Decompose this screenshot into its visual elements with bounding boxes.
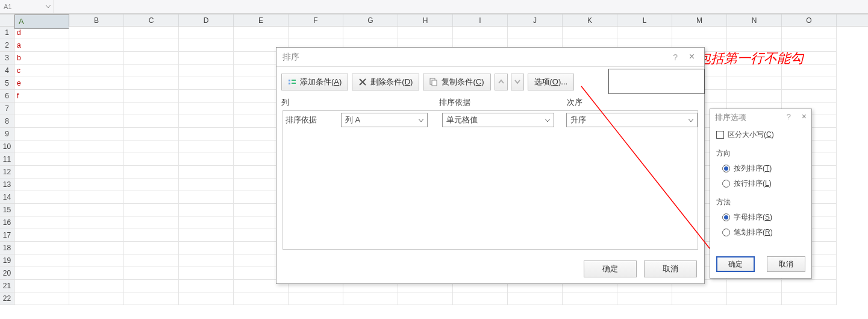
column-header[interactable]: F xyxy=(289,14,343,26)
formula-input[interactable] xyxy=(55,0,868,13)
help-button[interactable]: ? xyxy=(673,52,678,62)
move-down-button[interactable] xyxy=(511,74,524,90)
column-header[interactable]: B xyxy=(69,14,124,26)
help-button[interactable]: ? xyxy=(787,112,791,121)
cell[interactable] xyxy=(782,27,837,39)
cell[interactable] xyxy=(124,178,179,191)
cell[interactable] xyxy=(124,90,179,103)
cell[interactable] xyxy=(124,267,179,280)
cell[interactable] xyxy=(69,229,124,242)
cell[interactable] xyxy=(14,178,69,191)
column-header[interactable]: G xyxy=(343,14,398,26)
cell[interactable] xyxy=(69,103,124,115)
cell[interactable] xyxy=(617,292,672,305)
cell[interactable] xyxy=(179,52,234,65)
cell[interactable] xyxy=(289,292,343,305)
column-header[interactable]: D xyxy=(179,14,234,26)
cell[interactable] xyxy=(69,254,124,267)
column-header[interactable]: K xyxy=(563,14,617,26)
column-header[interactable]: H xyxy=(398,14,453,26)
sort-order-select[interactable]: 升序 xyxy=(566,113,698,127)
column-header[interactable]: J xyxy=(508,14,563,26)
cell[interactable] xyxy=(672,292,727,305)
cell[interactable] xyxy=(453,292,508,305)
cell[interactable] xyxy=(14,254,69,267)
cell[interactable] xyxy=(179,153,234,166)
cell[interactable] xyxy=(179,90,234,103)
cell[interactable] xyxy=(508,27,563,39)
cell[interactable] xyxy=(69,153,124,166)
cell[interactable] xyxy=(124,39,179,52)
copy-condition-button[interactable]: 复制条件(C) xyxy=(423,74,490,90)
cell[interactable] xyxy=(179,39,234,52)
cell[interactable] xyxy=(124,204,179,216)
cell[interactable] xyxy=(69,204,124,216)
row-header[interactable]: 21 xyxy=(0,280,14,292)
column-header[interactable]: L xyxy=(617,14,672,26)
cell[interactable] xyxy=(179,292,234,305)
cancel-button[interactable]: 取消 xyxy=(767,256,805,272)
row-header[interactable]: 5 xyxy=(0,77,14,90)
cell[interactable] xyxy=(179,77,234,90)
cell[interactable] xyxy=(14,141,69,153)
row-header[interactable]: 1 xyxy=(0,27,14,39)
cell[interactable] xyxy=(69,242,124,254)
cell[interactable] xyxy=(617,27,672,39)
row-header[interactable]: 17 xyxy=(0,229,14,242)
cell[interactable] xyxy=(124,77,179,90)
cell[interactable] xyxy=(124,191,179,204)
cell[interactable] xyxy=(234,292,289,305)
cell[interactable]: a xyxy=(14,39,69,52)
add-condition-button[interactable]: 添加条件(A) xyxy=(281,74,348,90)
cell[interactable] xyxy=(124,128,179,141)
data-has-header-checkbox[interactable]: 数据包含标题(H) xyxy=(632,77,699,87)
row-header[interactable]: 6 xyxy=(0,90,14,103)
column-header[interactable]: C xyxy=(124,14,179,26)
cell[interactable] xyxy=(508,292,563,305)
cell[interactable] xyxy=(727,292,782,305)
close-button[interactable]: × xyxy=(685,50,698,63)
cell[interactable] xyxy=(289,27,343,39)
column-header[interactable]: I xyxy=(453,14,508,26)
cell[interactable] xyxy=(398,27,453,39)
cell[interactable] xyxy=(124,216,179,229)
row-header[interactable]: 22 xyxy=(0,292,14,305)
sort-by-row-radio[interactable]: 按行排序(L) xyxy=(716,176,805,191)
cell[interactable] xyxy=(782,90,837,103)
cell[interactable] xyxy=(124,27,179,39)
row-header[interactable]: 12 xyxy=(0,166,14,178)
row-header[interactable]: 3 xyxy=(0,52,14,65)
sort-column-select[interactable]: 列 A xyxy=(341,113,428,127)
column-header[interactable]: N xyxy=(727,14,782,26)
cell[interactable] xyxy=(14,166,69,178)
cell[interactable] xyxy=(179,141,234,153)
cell[interactable] xyxy=(124,292,179,305)
cell[interactable] xyxy=(124,166,179,178)
column-header[interactable]: M xyxy=(672,14,727,26)
cell[interactable] xyxy=(14,153,69,166)
ok-button[interactable]: 确定 xyxy=(584,261,637,277)
cell[interactable] xyxy=(124,153,179,166)
row-header[interactable]: 4 xyxy=(0,65,14,77)
cell[interactable] xyxy=(69,292,124,305)
cell[interactable] xyxy=(727,280,782,292)
cell[interactable] xyxy=(14,292,69,305)
cell[interactable] xyxy=(124,115,179,128)
row-header[interactable]: 13 xyxy=(0,178,14,191)
cell[interactable] xyxy=(14,103,69,115)
cell[interactable] xyxy=(179,166,234,178)
cell[interactable] xyxy=(179,242,234,254)
cell[interactable]: d xyxy=(14,27,69,39)
stroke-sort-radio[interactable]: 笔划排序(R) xyxy=(716,225,805,240)
cell[interactable] xyxy=(69,27,124,39)
cell[interactable] xyxy=(69,128,124,141)
cell[interactable] xyxy=(69,39,124,52)
row-header[interactable]: 16 xyxy=(0,216,14,229)
cell[interactable] xyxy=(124,229,179,242)
row-header[interactable]: 15 xyxy=(0,204,14,216)
cell[interactable] xyxy=(14,267,69,280)
row-header[interactable]: 20 xyxy=(0,267,14,280)
cell[interactable] xyxy=(124,65,179,77)
cell[interactable] xyxy=(672,27,727,39)
row-header[interactable]: 19 xyxy=(0,254,14,267)
